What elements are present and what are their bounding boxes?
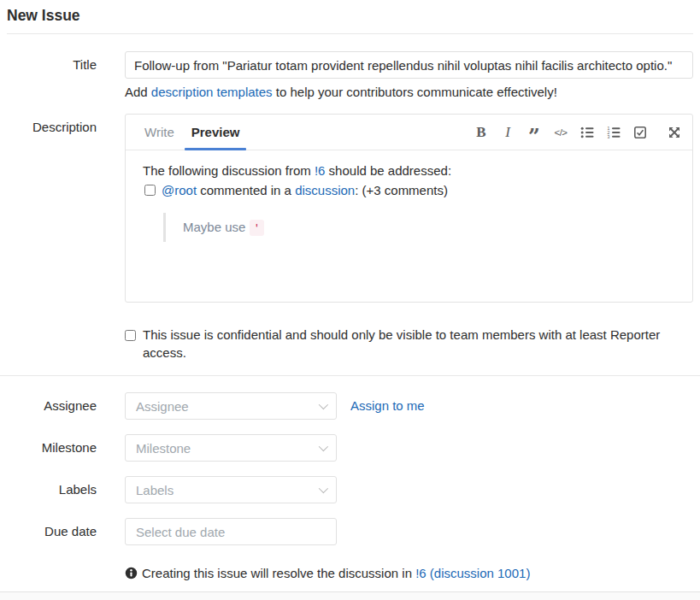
assignee-label: Assignee bbox=[7, 392, 97, 420]
task-list-item: @root commented in a discussion: (+3 com… bbox=[144, 183, 675, 197]
resolve-discussion-note: Creating this issue will resolve the dis… bbox=[125, 566, 693, 580]
numbered-list-icon[interactable]: 1 2 3 bbox=[606, 124, 621, 141]
description-row: Description Write Preview B I ” </> bbox=[7, 114, 693, 303]
quote-icon[interactable]: ” bbox=[526, 124, 542, 141]
milestone-label: Milestone bbox=[7, 434, 97, 462]
confidential-checkbox[interactable] bbox=[125, 330, 136, 341]
labels-row: Labels Labels bbox=[7, 476, 693, 503]
form-actions-footer bbox=[0, 591, 700, 600]
task-item-suffix: : (+3 comments) bbox=[355, 183, 448, 197]
task-item-checkbox[interactable] bbox=[144, 185, 156, 196]
description-templates-helper: Add description templates to help your c… bbox=[125, 85, 693, 99]
due-date-input[interactable] bbox=[125, 518, 337, 545]
quote-text: Maybe use bbox=[183, 220, 250, 234]
due-date-label: Due date bbox=[7, 518, 97, 545]
italic-icon[interactable]: I bbox=[500, 124, 515, 141]
fullscreen-icon[interactable] bbox=[667, 124, 682, 141]
task-list-icon[interactable] bbox=[632, 124, 648, 141]
preview-intro-text: The following discussion from bbox=[143, 163, 315, 178]
new-issue-page: New Issue Title Add description template… bbox=[0, 0, 700, 580]
helper-suffix: to help your contributors communicate ef… bbox=[273, 85, 557, 99]
assignee-placeholder: Assignee bbox=[136, 399, 319, 414]
description-label: Description bbox=[7, 114, 97, 141]
tab-preview[interactable]: Preview bbox=[183, 115, 249, 150]
milestone-row: Milestone Milestone bbox=[7, 434, 693, 462]
new-issue-form: Title Add description templates to help … bbox=[7, 51, 693, 362]
note-text: Creating this issue will resolve the dis… bbox=[142, 566, 412, 580]
meta-fields: Assignee Assignee Assign to me Milestone… bbox=[7, 392, 693, 580]
tab-write[interactable]: Write bbox=[136, 115, 183, 150]
labels-label: Labels bbox=[7, 476, 97, 503]
milestone-dropdown[interactable]: Milestone bbox=[125, 434, 337, 462]
inline-code: ' bbox=[250, 220, 265, 236]
title-input[interactable] bbox=[125, 51, 693, 79]
bullet-list-icon[interactable] bbox=[579, 124, 595, 141]
preview-intro: The following discussion from !6 should … bbox=[143, 163, 675, 178]
chevron-down-icon bbox=[319, 400, 328, 409]
discussion-link[interactable]: discussion bbox=[295, 183, 355, 197]
description-templates-link[interactable]: description templates bbox=[151, 85, 273, 99]
page-title: New Issue bbox=[7, 0, 693, 34]
merge-request-link[interactable]: !6 bbox=[315, 163, 326, 178]
confidential-row: This issue is confidential and should on… bbox=[125, 326, 693, 362]
assign-to-me-link[interactable]: Assign to me bbox=[350, 392, 425, 420]
due-date-row: Due date bbox=[7, 518, 693, 545]
milestone-placeholder: Milestone bbox=[136, 441, 319, 456]
task-item-text: @root commented in a discussion: (+3 com… bbox=[162, 183, 448, 197]
svg-text:3: 3 bbox=[608, 134, 610, 139]
resolve-discussion-link[interactable]: !6 (discussion 1001) bbox=[415, 566, 530, 580]
markdown-editor-header: Write Preview B I ” </> bbox=[126, 115, 692, 150]
info-icon bbox=[125, 567, 138, 579]
task-item-middle: commented in a bbox=[197, 183, 295, 197]
title-row: Title bbox=[7, 51, 693, 79]
code-icon[interactable]: </> bbox=[553, 124, 568, 141]
bold-icon[interactable]: B bbox=[474, 124, 489, 141]
markdown-toolbar: B I ” </> 1 bbox=[462, 115, 682, 150]
labels-dropdown[interactable]: Labels bbox=[125, 476, 337, 503]
assignee-dropdown[interactable]: Assignee bbox=[125, 392, 337, 420]
quoted-comment: Maybe use ' bbox=[163, 213, 675, 242]
user-root-link[interactable]: @root bbox=[162, 183, 197, 197]
chevron-down-icon bbox=[319, 442, 328, 451]
section-divider bbox=[0, 375, 700, 376]
assignee-row: Assignee Assignee Assign to me bbox=[7, 392, 693, 420]
markdown-editor: Write Preview B I ” </> bbox=[125, 114, 693, 303]
chevron-down-icon bbox=[319, 484, 328, 493]
preview-intro-suffix: should be addressed: bbox=[325, 163, 451, 178]
labels-placeholder: Labels bbox=[136, 483, 319, 497]
markdown-preview: The following discussion from !6 should … bbox=[126, 150, 692, 255]
confidential-label[interactable]: This issue is confidential and should on… bbox=[143, 326, 683, 362]
helper-prefix: Add bbox=[125, 85, 151, 99]
title-label: Title bbox=[7, 51, 97, 79]
